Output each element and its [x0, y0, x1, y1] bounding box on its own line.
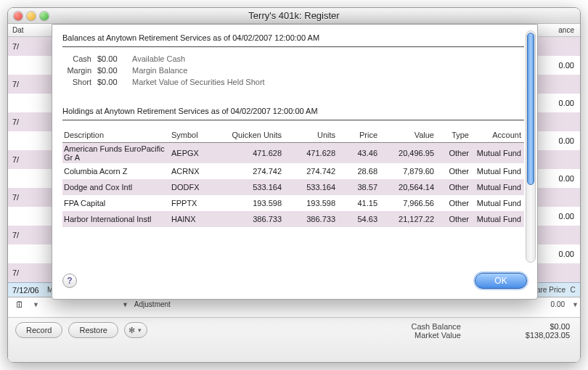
holdings-header: Description Symbol Quicken Units Units P…	[62, 128, 524, 143]
cell-price: 41.15	[335, 199, 377, 207]
cell-value: 20,496.95	[377, 149, 434, 157]
cell-type: Other	[434, 167, 469, 176]
edit-date[interactable]: 7/12/06	[8, 286, 47, 295]
holdings-row[interactable]: FPA Capital FPPTX 193.598 193.598 41.15 …	[62, 195, 524, 211]
sheet-content: Balances at Anytown Retirement Services …	[62, 33, 524, 266]
chevron-down-icon[interactable]: ▼	[571, 301, 580, 308]
col-description[interactable]: Description	[62, 131, 171, 139]
col-type[interactable]: Type	[434, 131, 469, 139]
cell-price: 38.57	[335, 183, 377, 192]
cell-symbol: ACRNX	[171, 167, 221, 176]
cell-price: 54.63	[335, 215, 377, 223]
divider	[62, 46, 524, 47]
cell-description: American Funds EuroPacific Gr A	[62, 144, 171, 162]
balances-heading: Balances at Anytown Retirement Services …	[62, 33, 524, 42]
cell-symbol: DODFX	[171, 183, 221, 192]
cell-value: 20,564.14	[377, 183, 434, 192]
cell-symbol: AEPGX	[171, 149, 221, 157]
balance-desc: Available Cash	[128, 54, 185, 63]
chevron-down-icon: ▾	[136, 326, 143, 334]
gear-icon: ✻	[128, 326, 135, 335]
cell-units: 386.733	[282, 215, 335, 223]
cell-account: Mutual Fund	[469, 149, 524, 157]
column-balance[interactable]: ance	[544, 26, 580, 34]
ok-button[interactable]: OK	[475, 273, 527, 289]
cell-account: Mutual Fund	[469, 183, 524, 192]
market-value-value: $138,023.05	[505, 331, 570, 340]
cell-quicken-units: 274.742	[221, 167, 282, 176]
amount-value[interactable]: 0.00	[527, 300, 571, 308]
holdings-heading: Holdings at Anytown Retirement Services …	[62, 107, 524, 115]
cell-symbol: FPPTX	[171, 199, 221, 207]
col-price[interactable]: Price	[335, 131, 377, 139]
summary-values: Cash Balance $0.00 Market Value $138,023…	[412, 322, 571, 340]
cell-quicken-units: 471.628	[221, 149, 282, 157]
balance-row: Margin $0.00 Margin Balance	[62, 66, 524, 75]
cash-balance-label: Cash Balance	[412, 322, 462, 331]
cell-account: Mutual Fund	[469, 167, 524, 176]
balance-value: $0.00	[97, 66, 128, 75]
cell-type: Other	[434, 183, 469, 192]
cell-description: Harbor International Instl	[62, 215, 171, 223]
balance-value: $0.00	[97, 54, 128, 63]
holdings-row[interactable]: Columbia Acorn Z ACRNX 274.742 274.742 2…	[62, 163, 524, 179]
cell-price: 43.46	[335, 149, 377, 157]
balance-value: $0.00	[97, 78, 128, 86]
calendar-icon[interactable]: 🗓	[15, 300, 24, 310]
cell-quicken-units: 193.598	[221, 199, 282, 207]
help-button[interactable]: ?	[62, 274, 77, 288]
adjustment-label[interactable]: Adjustment	[130, 300, 175, 308]
window-title: Terry's 401k: Register	[8, 10, 580, 21]
restore-button[interactable]: Restore	[68, 322, 118, 338]
cell-value: 7,966.56	[377, 199, 434, 207]
cell-description: FPA Capital	[62, 199, 171, 207]
chevron-down-icon[interactable]: ▼	[121, 301, 130, 308]
divider	[62, 120, 524, 120]
col-quicken-units[interactable]: Quicken Units	[221, 131, 282, 139]
cell-value: 21,127.22	[377, 215, 434, 223]
cell-type: Other	[434, 149, 469, 157]
cell-type: Other	[434, 199, 469, 207]
cell-value: 7,879.60	[377, 167, 434, 176]
col-units[interactable]: Units	[282, 131, 335, 139]
actions-menu-button[interactable]: ✻▾	[124, 322, 147, 338]
cell-units: 274.742	[282, 167, 335, 176]
balance-label: Cash	[62, 54, 97, 63]
cash-balance-value: $0.00	[505, 322, 570, 331]
titlebar: Terry's 401k: Register	[8, 8, 580, 24]
sheet-footer: ? OK	[62, 270, 527, 292]
balances-sheet: Balances at Anytown Retirement Services …	[52, 24, 538, 300]
balance-label: Short	[62, 78, 97, 86]
balance-row: Cash $0.00 Available Cash	[62, 54, 524, 63]
balance-row: Short $0.00 Market Value of Securities H…	[62, 78, 524, 86]
cell-price: 28.68	[335, 167, 377, 176]
col-account[interactable]: Account	[469, 131, 524, 139]
balance-label: Margin	[62, 66, 97, 75]
cell-quicken-units: 386.733	[221, 215, 282, 223]
cell-units: 533.164	[282, 183, 335, 192]
chevron-down-icon[interactable]: ▼	[31, 301, 41, 308]
balance-desc: Market Value of Securities Held Short	[128, 78, 265, 86]
cell-description: Columbia Acorn Z	[62, 167, 171, 176]
app-window: Terry's 401k: Register Dat ance 7/ 0.00 …	[7, 7, 581, 363]
holdings-row[interactable]: Dodge and Cox Intl DODFX 533.164 533.164…	[62, 179, 524, 195]
balance-desc: Margin Balance	[128, 66, 187, 75]
bottom-toolbar: Record Restore ✻▾ Cash Balance $0.00 Mar…	[8, 317, 580, 362]
cell-units: 193.598	[282, 199, 335, 207]
holdings-row[interactable]: Harbor International Instl HAINX 386.733…	[62, 211, 524, 227]
help-icon: ?	[67, 276, 72, 286]
cell-description: Dodge and Cox Intl	[62, 183, 171, 192]
cell-account: Mutual Fund	[469, 215, 524, 223]
col-value[interactable]: Value	[377, 131, 434, 139]
cell-units: 471.628	[282, 149, 335, 157]
sheet-scrollbar[interactable]	[526, 30, 536, 263]
col-symbol[interactable]: Symbol	[171, 131, 221, 139]
cell-quicken-units: 533.164	[221, 183, 282, 192]
holdings-row[interactable]: American Funds EuroPacific Gr A AEPGX 47…	[62, 143, 524, 163]
column-date[interactable]: Dat	[8, 26, 44, 34]
scrollbar-thumb[interactable]	[527, 33, 534, 185]
edit-c: C	[565, 286, 580, 294]
record-button[interactable]: Record	[15, 322, 62, 338]
market-value-label: Market Value	[415, 331, 461, 340]
cell-account: Mutual Fund	[469, 199, 524, 207]
